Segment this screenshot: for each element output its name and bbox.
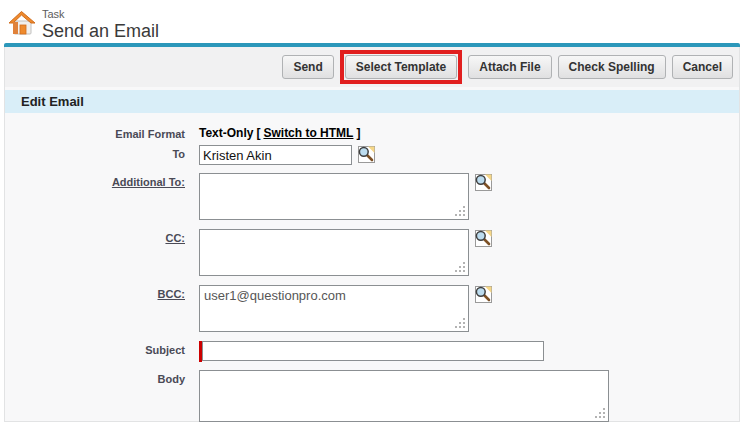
- resize-grip[interactable]: [463, 270, 465, 272]
- subject-label: Subject: [5, 341, 199, 357]
- lookup-magnifier-icon: [357, 145, 376, 164]
- email-format-row: Email Format Text-Only [ Switch to HTML …: [5, 126, 739, 141]
- lookup-magnifier-icon: [474, 173, 493, 192]
- resize-grip[interactable]: [463, 214, 465, 216]
- additional-to-label-link[interactable]: Additional To:: [5, 173, 199, 189]
- attach-file-button[interactable]: Attach File: [468, 55, 551, 79]
- page-header: Task Send an Email: [0, 0, 744, 43]
- to-row: To: [5, 145, 739, 165]
- body-textarea[interactable]: [199, 370, 609, 422]
- body-label: Body: [5, 370, 199, 386]
- subject-input[interactable]: [202, 341, 544, 361]
- cc-lookup-button[interactable]: [474, 229, 493, 248]
- resize-grip[interactable]: [603, 416, 605, 418]
- bcc-textarea[interactable]: user1@questionpro.com: [199, 285, 469, 332]
- additional-to-row: Additional To:: [5, 173, 739, 220]
- lookup-magnifier-icon: [474, 285, 493, 304]
- email-format-label: Email Format: [5, 126, 199, 141]
- send-button[interactable]: Send: [282, 55, 333, 79]
- form-body: Email Format Text-Only [ Switch to HTML …: [5, 113, 739, 422]
- select-template-highlight-box: Select Template: [340, 50, 462, 84]
- bracket-close: ]: [356, 126, 360, 141]
- resize-grip[interactable]: [463, 326, 465, 328]
- section-header-title: Edit Email: [21, 94, 84, 109]
- to-input[interactable]: [199, 145, 352, 165]
- bcc-label-link[interactable]: BCC:: [5, 285, 199, 301]
- bracket-open: [: [256, 126, 260, 141]
- task-home-icon: [8, 9, 36, 37]
- cc-label-link[interactable]: CC:: [5, 229, 199, 245]
- toolbar: Send Select Template Attach File Check S…: [5, 47, 739, 87]
- email-format-value: Text-Only: [199, 126, 253, 141]
- body-row: Body: [5, 370, 739, 422]
- cc-textarea[interactable]: [199, 229, 469, 276]
- additional-to-lookup-button[interactable]: [474, 173, 493, 192]
- to-lookup-button[interactable]: [357, 145, 376, 164]
- switch-to-html-link[interactable]: Switch to HTML: [263, 126, 353, 141]
- check-spelling-button[interactable]: Check Spelling: [558, 55, 666, 79]
- lookup-magnifier-icon: [474, 229, 493, 248]
- page-title: Send an Email: [42, 21, 159, 42]
- bcc-row: BCC: user1@questionpro.com: [5, 285, 739, 332]
- entity-type-label: Task: [42, 7, 159, 20]
- subject-row: Subject: [5, 341, 739, 362]
- additional-to-textarea[interactable]: [199, 173, 469, 220]
- cc-row: CC:: [5, 229, 739, 276]
- to-label: To: [5, 145, 199, 161]
- cancel-button[interactable]: Cancel: [672, 55, 733, 79]
- edit-email-page-block: Send Select Template Attach File Check S…: [4, 47, 740, 422]
- bcc-lookup-button[interactable]: [474, 285, 493, 304]
- select-template-button[interactable]: Select Template: [345, 55, 457, 79]
- section-header: Edit Email: [5, 90, 739, 113]
